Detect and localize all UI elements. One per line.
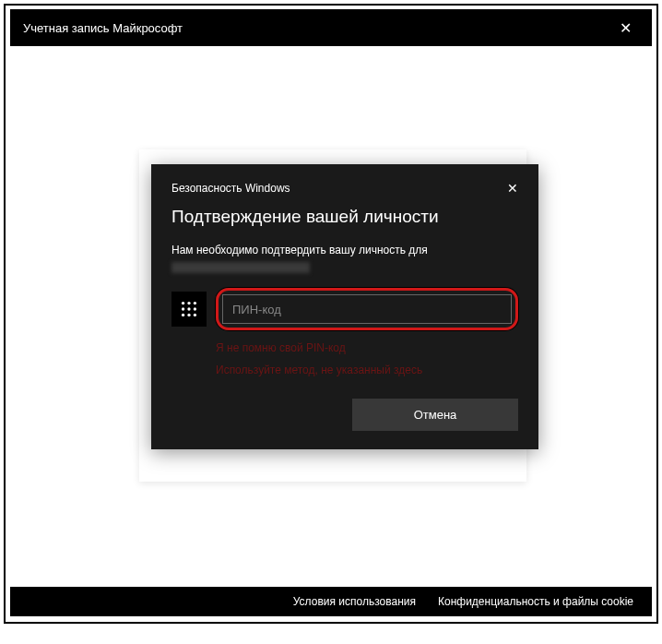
keypad-icon xyxy=(171,292,207,327)
security-header-label: Безопасность Windows xyxy=(171,182,290,195)
privacy-link[interactable]: Конфиденциальность и файлы cookie xyxy=(438,595,633,608)
other-method-link[interactable]: Используйте метод, не указанный здесь xyxy=(216,364,518,376)
forgot-pin-link[interactable]: Я не помню свой PIN-код xyxy=(216,341,518,354)
pin-input[interactable] xyxy=(222,294,512,324)
account-email-redacted xyxy=(171,262,310,273)
terms-link[interactable]: Условия использования xyxy=(293,595,416,608)
svg-point-3 xyxy=(182,307,184,310)
footer: Условия использования Конфиденциальность… xyxy=(10,587,652,616)
svg-point-5 xyxy=(194,307,196,310)
security-dialog: Безопасность Windows ✕ Подтверждение ваш… xyxy=(151,164,538,449)
titlebar: Учетная запись Майкрософт ✕ xyxy=(10,9,652,46)
svg-point-1 xyxy=(187,302,190,304)
window-title: Учетная запись Майкрософт xyxy=(23,21,183,35)
svg-point-4 xyxy=(187,307,190,310)
svg-point-0 xyxy=(182,302,184,304)
content-area: Безопасность Windows ✕ Подтверждение ваш… xyxy=(10,46,652,616)
close-icon[interactable]: ✕ xyxy=(507,181,518,196)
svg-point-7 xyxy=(187,314,190,316)
security-header: Безопасность Windows ✕ xyxy=(171,181,518,196)
pin-row xyxy=(171,288,518,330)
microsoft-account-window: Учетная запись Майкрософт ✕ Безопасность… xyxy=(10,9,652,616)
pin-highlight-annotation xyxy=(216,288,518,330)
close-icon[interactable]: ✕ xyxy=(612,16,639,41)
cancel-button[interactable]: Отмена xyxy=(352,399,518,431)
button-row: Отмена xyxy=(171,399,518,431)
svg-point-2 xyxy=(194,302,196,304)
svg-point-6 xyxy=(182,314,184,316)
security-subtitle: Нам необходимо подтвердить вашу личность… xyxy=(171,242,518,258)
security-title: Подтверждение вашей личности xyxy=(171,207,518,227)
svg-point-8 xyxy=(194,314,196,316)
